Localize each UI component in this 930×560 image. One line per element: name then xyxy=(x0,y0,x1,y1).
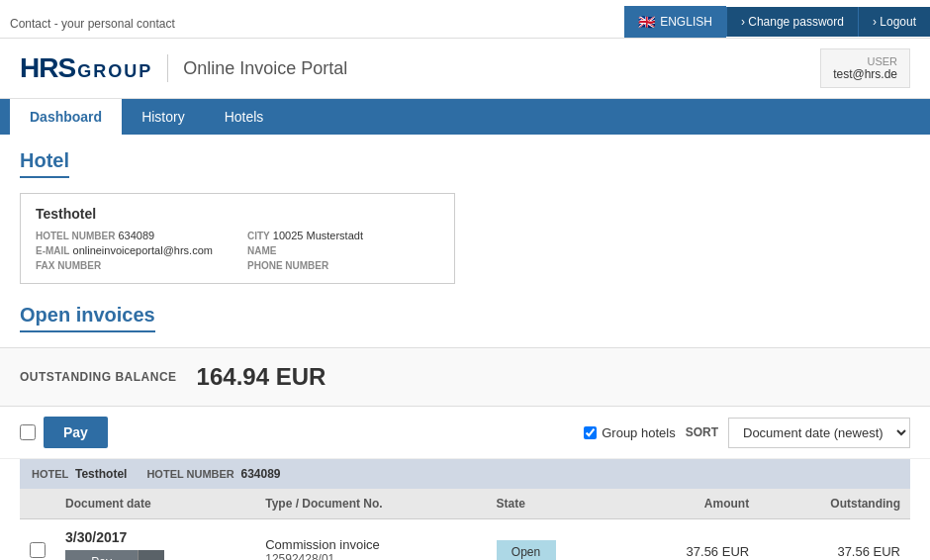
group-hotels-text: Group hotels xyxy=(602,425,675,440)
th-checkbox xyxy=(20,489,55,519)
th-document-date: Document date xyxy=(55,489,255,519)
logo-group: GROUP xyxy=(77,61,152,82)
row-pay-dropdown-arrow[interactable]: ▼ xyxy=(138,550,164,560)
lang-label: ENGLISH xyxy=(660,15,712,29)
table-row: 3/30/2017 Pay ▼ Commission invoice 12592… xyxy=(20,519,910,561)
user-email: test@hrs.de xyxy=(833,67,897,81)
row-outstanding-cell: 37.56 EUR xyxy=(759,519,910,561)
main-content: Hotel Testhotel HOTEL NUMBER 634089 CITY… xyxy=(0,135,930,347)
hotel-number-value: 634089 xyxy=(118,230,154,241)
hotel-number-row: HOTEL NUMBER 634089 xyxy=(36,230,228,241)
pay-button[interactable]: Pay xyxy=(44,417,108,448)
user-info-box: USER test@hrs.de xyxy=(820,48,910,88)
logout-button[interactable]: › Logout xyxy=(858,7,930,37)
open-invoices-title: Open invoices xyxy=(20,304,155,332)
change-password-button[interactable]: › Change password xyxy=(726,7,858,37)
user-label: USER xyxy=(833,55,897,67)
flag-icon: 🇬🇧 xyxy=(638,14,655,30)
tab-hotels[interactable]: Hotels xyxy=(205,99,284,135)
invoice-section: HOTEL Testhotel HOTEL NUMBER 634089 Docu… xyxy=(0,459,930,560)
logo: HRS GROUP xyxy=(20,52,152,84)
th-outstanding: Outstanding xyxy=(759,489,910,519)
group-hotel-label: HOTEL Testhotel xyxy=(32,467,127,481)
tab-dashboard[interactable]: Dashboard xyxy=(10,99,122,135)
group-hotels-checkbox[interactable] xyxy=(584,426,597,439)
city-label: CITY xyxy=(247,231,270,241)
invoice-table: Document date Type / Document No. State … xyxy=(20,489,910,560)
balance-section: OUTSTANDING BALANCE 164.94 EUR xyxy=(0,347,930,407)
tab-history[interactable]: History xyxy=(122,99,205,135)
hotel-details: HOTEL NUMBER 634089 CITY 10025 Mustersta… xyxy=(36,230,439,271)
fax-label: FAX NUMBER xyxy=(36,260,101,271)
balance-label: OUTSTANDING BALANCE xyxy=(20,370,177,384)
logo-hrs: HRS xyxy=(20,52,75,84)
name-label: NAME xyxy=(247,245,276,256)
group-hotel-number-entry: HOTEL NUMBER 634089 xyxy=(146,467,280,481)
city-value: 10025 Musterstadt xyxy=(273,230,363,241)
row-doc-type: Commission invoice xyxy=(265,537,476,552)
row-doc-number: 12592428/01 xyxy=(265,552,476,560)
email-row: E-MAIL onlineinvoiceportal@hrs.com xyxy=(36,244,228,256)
row-state-badge: Open xyxy=(497,540,556,561)
th-amount: Amount xyxy=(619,489,759,519)
row-checkbox-cell xyxy=(20,519,55,561)
row-pay-dropdown: Pay ▼ xyxy=(65,550,164,560)
nav-tabs: Dashboard History Hotels xyxy=(0,99,930,135)
top-bar: Contact - your personal contact 🇬🇧 ENGLI… xyxy=(0,0,930,39)
row-type-cell: Commission invoice 12592428/01 xyxy=(255,519,486,561)
row-pay-button[interactable]: Pay xyxy=(65,550,138,560)
toolbar-right: Group hotels SORT Document date (newest) xyxy=(584,418,910,448)
logo-divider xyxy=(167,54,168,82)
hotel-name: Testhotel xyxy=(36,206,439,222)
language-button[interactable]: 🇬🇧 ENGLISH xyxy=(624,6,726,38)
group-hotel-name: Testhotel xyxy=(75,467,127,481)
hotel-number-label: HOTEL NUMBER xyxy=(36,231,115,241)
toolbar-section: Pay Group hotels SORT Document date (new… xyxy=(0,407,930,459)
phone-row: PHONE NUMBER xyxy=(247,259,439,271)
top-bar-actions: 🇬🇧 ENGLISH › Change password › Logout xyxy=(624,6,930,38)
row-checkbox[interactable] xyxy=(30,542,46,558)
row-date: 3/30/2017 xyxy=(65,529,245,545)
balance-amount: 164.94 EUR xyxy=(197,363,326,391)
phone-label: PHONE NUMBER xyxy=(247,260,328,271)
hotel-info-box: Testhotel HOTEL NUMBER 634089 CITY 10025… xyxy=(20,193,455,284)
th-state: State xyxy=(487,489,620,519)
contact-text: Contact - your personal contact xyxy=(10,13,175,31)
row-amount-cell: 37.56 EUR xyxy=(619,519,759,561)
email-value: onlineinvoiceportal@hrs.com xyxy=(73,244,213,256)
table-header-row: Document date Type / Document No. State … xyxy=(20,489,910,519)
sort-select[interactable]: Document date (newest) xyxy=(728,418,910,448)
email-label: E-MAIL xyxy=(36,245,69,256)
row-state-cell: Open xyxy=(487,519,620,561)
city-row: CITY 10025 Musterstadt xyxy=(247,230,439,241)
hotel-section-title: Hotel xyxy=(20,149,69,178)
group-hotels-label[interactable]: Group hotels xyxy=(584,425,675,440)
fax-row: FAX NUMBER xyxy=(36,259,228,271)
group-hotel-number-label: HOTEL NUMBER xyxy=(146,468,233,480)
sort-label: SORT xyxy=(686,425,718,439)
toolbar-left: Pay xyxy=(20,417,108,448)
group-hotel-number-value: 634089 xyxy=(241,467,281,481)
logo-bar: HRS GROUP Online Invoice Portal USER tes… xyxy=(0,39,930,99)
select-all-checkbox[interactable] xyxy=(20,424,36,440)
th-type-doc: Type / Document No. xyxy=(255,489,486,519)
name-row: NAME xyxy=(247,244,439,256)
row-date-cell: 3/30/2017 Pay ▼ xyxy=(55,519,255,561)
portal-title: Online Invoice Portal xyxy=(183,58,347,79)
hotel-group-header: HOTEL Testhotel HOTEL NUMBER 634089 xyxy=(20,459,910,489)
group-hotel-static-label: HOTEL xyxy=(32,468,68,480)
